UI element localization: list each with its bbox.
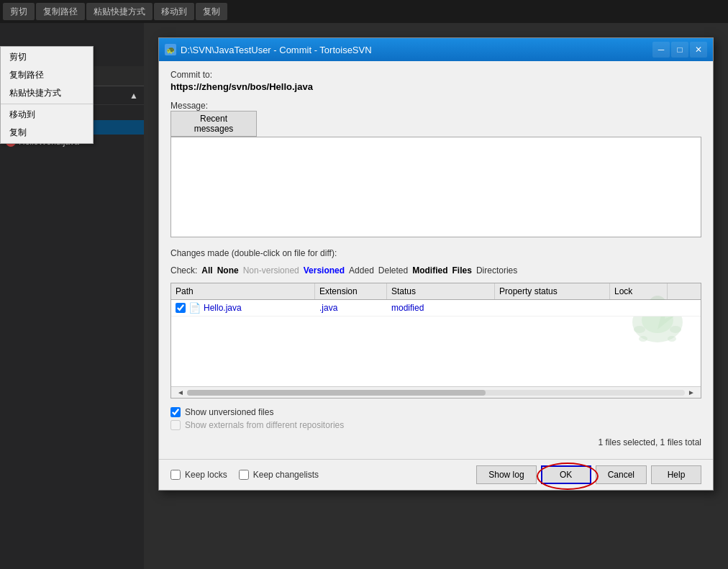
changes-label: Changes made (double-click on file for d… (170, 248, 701, 258)
show-unversioned-label: Show unversioned files (185, 407, 273, 417)
file-name: Hello.java (204, 303, 242, 313)
show-unversioned-row: Show unversioned files (170, 407, 701, 417)
keep-locks-label: Keep locks (185, 470, 227, 480)
show-externals-checkbox[interactable] (170, 420, 181, 430)
col-lock[interactable]: Lock (610, 283, 668, 299)
minimize-button[interactable]: ─ (652, 42, 670, 58)
check-bar: Check: All None Non-versioned Versioned … (170, 265, 701, 276)
table-row[interactable]: 📄 Hello.java .java modified (171, 300, 701, 317)
commit-to-label: Commit to: (170, 70, 701, 80)
dialog-body: Commit to: https://zheng/svn/bos/Hello.j… (159, 61, 713, 456)
col-status[interactable]: Status (387, 283, 495, 299)
footer-right: Show log OK Cancel Help (476, 465, 701, 484)
check-versioned[interactable]: Versioned (304, 265, 345, 276)
horizontal-scrollbar[interactable]: ◄ ► (171, 386, 701, 398)
ok-button[interactable]: OK (541, 465, 591, 484)
dialog-footer: Keep locks Keep changelists Show log OK … (159, 459, 713, 490)
context-menu-item[interactable]: 复制 (1, 124, 93, 142)
col-extension[interactable]: Extension (315, 283, 387, 299)
context-menu-item[interactable]: 移动到 (1, 106, 93, 124)
show-unversioned-checkbox[interactable] (170, 407, 181, 417)
cell-lock (610, 306, 668, 310)
show-externals-label: Show externals from different repositori… (185, 420, 344, 430)
cell-status: modified (387, 301, 495, 315)
scrollbar-thumb[interactable] (187, 390, 486, 396)
paste-shortcut-button[interactable]: 粘贴快捷方式 (86, 3, 153, 20)
keep-changelists-checkbox[interactable] (239, 470, 249, 480)
dialog-titlebar: 🐢 D:\SVN\JavaTestUser - Commit - Tortois… (159, 38, 713, 61)
maximize-button[interactable]: □ (671, 42, 688, 58)
scroll-left-arrow[interactable]: ◄ (174, 388, 187, 396)
check-added[interactable]: Added (349, 265, 374, 276)
cut-button[interactable]: 剪切 (3, 3, 35, 20)
check-none[interactable]: None (217, 265, 239, 276)
context-menu: 剪切 复制路径 粘贴快捷方式 移动到 复制 (0, 46, 94, 144)
extension-value: .java (319, 303, 337, 313)
dialog-title-left: 🐢 D:\SVN\JavaTestUser - Commit - Tortois… (165, 44, 372, 55)
table-body: 📄 Hello.java .java modified (171, 300, 701, 386)
check-directories[interactable]: Directories (476, 265, 517, 276)
context-menu-item[interactable]: 剪切 (1, 48, 93, 66)
tortoise-icon: 🐢 (165, 44, 176, 55)
col-path[interactable]: Path (171, 283, 315, 299)
context-menu-item[interactable]: 复制路径 (1, 66, 93, 84)
desktop: 剪切 复制路径 粘贴快捷方式 移动到 复制 剪切 复制路径 粘贴快捷方式 移动到… (0, 0, 728, 569)
close-button[interactable]: ✕ (690, 42, 707, 58)
check-modified[interactable]: Modified (412, 265, 447, 276)
keep-locks-checkbox[interactable] (170, 470, 181, 480)
file-page-icon: 📄 (188, 302, 201, 314)
message-label: Message: (170, 101, 701, 111)
footer-left: Keep locks Keep changelists (170, 470, 319, 480)
move-to-button[interactable]: 移动到 (154, 3, 194, 20)
message-section: Message: Recent messages (170, 98, 701, 240)
row-checkbox[interactable] (176, 303, 186, 313)
scrollbar-track[interactable] (187, 390, 685, 396)
keep-changelists-row: Keep changelists (239, 470, 319, 480)
commit-url: https://zheng/svn/bos/Hello.java (170, 81, 701, 92)
dialog-overlay: 🐢 D:\SVN\JavaTestUser - Commit - Tortois… (144, 23, 728, 569)
dialog-title-text: D:\SVN\JavaTestUser - Commit - TortoiseS… (181, 45, 372, 55)
explorer-panel: 剪切 复制路径 粘贴快捷方式 移动到 复制 电脑 › DATA (D:) › S… (0, 23, 144, 569)
cell-path: 📄 Hello.java (171, 300, 315, 316)
files-table-container: Path Extension Status Property status Lo… (170, 283, 701, 399)
collapse-icon[interactable]: ▲ (129, 91, 138, 101)
commit-to-section: Commit to: https://zheng/svn/bos/Hello.j… (170, 70, 701, 92)
message-textarea[interactable] (170, 137, 701, 237)
show-externals-row: Show externals from different repositori… (170, 420, 701, 430)
check-all[interactable]: All (201, 265, 212, 276)
window-controls: ─ □ ✕ (652, 42, 707, 58)
show-log-button[interactable]: Show log (476, 465, 536, 484)
col-property-status[interactable]: Property status (495, 283, 610, 299)
copy-path-button[interactable]: 复制路径 (36, 3, 85, 20)
recent-messages-button[interactable]: Recent messages (170, 111, 257, 137)
cell-extension: .java (315, 301, 387, 315)
help-button[interactable]: Help (651, 465, 701, 484)
check-files[interactable]: Files (452, 265, 472, 276)
status-value: modified (391, 303, 424, 313)
check-non-versioned[interactable]: Non-versioned (243, 265, 299, 276)
keep-locks-row: Keep locks (170, 470, 227, 480)
context-menu-item[interactable]: 粘贴快捷方式 (1, 84, 93, 102)
cancel-button[interactable]: Cancel (596, 465, 647, 484)
status-text: 1 files selected, 1 files total (170, 437, 701, 447)
taskbar-top: 剪切 复制路径 粘贴快捷方式 移动到 复制 (0, 0, 728, 23)
scroll-right-arrow[interactable]: ► (685, 388, 698, 396)
cell-property-status (495, 306, 610, 310)
check-deleted[interactable]: Deleted (378, 265, 408, 276)
keep-changelists-label: Keep changelists (253, 470, 319, 480)
bottom-options: Show unversioned files Show externals fr… (170, 407, 701, 430)
commit-dialog: 🐢 D:\SVN\JavaTestUser - Commit - Tortois… (158, 37, 714, 491)
table-header: Path Extension Status Property status Lo… (171, 283, 701, 300)
separator (1, 104, 93, 104)
copy-button[interactable]: 复制 (196, 3, 227, 20)
check-label: Check: (170, 265, 197, 276)
